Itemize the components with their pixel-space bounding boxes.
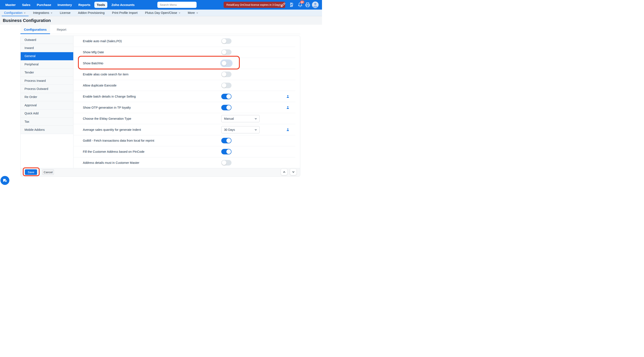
settings-list: Enable auto mail (Sales,PO)Show Mfg Date… [74, 36, 300, 168]
topnav-item-inventory[interactable]: Inventory [55, 2, 74, 8]
toggle-show-mfg-date[interactable] [221, 50, 232, 55]
configuration-sub-nav: ConfigurationIntegrationsLicenseAddon Pr… [0, 10, 322, 16]
brush-icon[interactable] [280, 2, 285, 7]
chevron-down-icon [24, 12, 26, 14]
toggle-knob [222, 160, 226, 165]
setting-label: Choose the EWay Generation Type [83, 117, 131, 120]
topnav-item-reports[interactable]: Reports [76, 2, 93, 8]
user-permission-icon[interactable] [286, 128, 289, 131]
print-icon[interactable] [305, 2, 310, 7]
subnav-item-more[interactable]: More [188, 10, 198, 16]
scroll-up-button[interactable] [281, 169, 287, 175]
toggle-knob [226, 105, 231, 110]
save-button[interactable]: Save [25, 169, 37, 175]
sidebar-item-quick-add[interactable]: Quick Add [21, 110, 73, 118]
subnav-item-label: More [188, 11, 195, 14]
toggle-show-batchno[interactable] [221, 60, 232, 66]
setting-label: Enable alias code search for item [83, 73, 128, 76]
sidebar-item-tax[interactable]: Tax [21, 118, 73, 126]
user-avatar[interactable] [312, 2, 318, 8]
topnav-item-sales[interactable]: Sales [20, 2, 32, 8]
toggle-knob [226, 149, 231, 154]
setting-row-address-details-must-in-customer-master: Address details must in Customer Master [74, 158, 296, 168]
sidebar-item-process-outward[interactable]: Process Outward [21, 85, 73, 93]
toggle-address-details-must-in-customer-master[interactable] [221, 160, 232, 166]
subnav-item-plutus-day-open-close[interactable]: Plutus Day Open/Close [145, 10, 180, 16]
toggle-allow-duplicate-eancode[interactable] [221, 83, 232, 88]
search-input[interactable] [158, 2, 196, 8]
topnav-item-tools[interactable]: Tools [94, 2, 107, 8]
subnav-item-integrations[interactable]: Integrations [33, 10, 52, 16]
chat-launcher-icon[interactable] [0, 176, 9, 178]
setting-row-enable-batch-details-in-change-selling: Enable batch details in Change Selling [74, 91, 296, 102]
top-app-bar: MasterSalesPurchaseInventoryReportsTools… [0, 0, 322, 10]
setting-label: Average sales quantity for generate Inde… [83, 128, 141, 132]
subnav-item-license[interactable]: License [60, 10, 70, 16]
setting-label: Fill the Customer Address based on PinCo… [83, 150, 144, 153]
topnav-item-zoho-accounts[interactable]: Zoho Accounts [109, 2, 137, 8]
setting-row-allow-duplicate-eancode: Allow duplicate Eancode [74, 80, 296, 91]
subnav-item-print-profile-import[interactable]: Print Profile Import [112, 10, 138, 16]
select-average-sales-quantity-for-generate-indent[interactable]: 30 Days [221, 126, 260, 133]
sidebar-item-re-order[interactable]: Re Order [21, 93, 73, 101]
chevron-down-icon [51, 12, 52, 14]
chevron-down-icon [196, 12, 198, 14]
select-choose-the-eway-generation-type[interactable]: Manual [221, 115, 260, 122]
tab-report[interactable]: Report [50, 25, 73, 34]
sidebar-item-process-inward[interactable]: Process Inward [21, 77, 73, 85]
b-badge-icon[interactable] [289, 2, 294, 7]
subnav-item-configuration[interactable]: Configuration [4, 10, 26, 16]
setting-row-show-otp-generation-in-tp-loyalty: Show OTP generation in TP loyalty [74, 102, 296, 113]
sidebar-item-tender[interactable]: Tender [21, 68, 73, 77]
search-container [158, 2, 196, 8]
subnav-item-addon-provisioning[interactable]: Addon Provisioning [78, 10, 104, 16]
setting-row-choose-the-eway-generation-type: Choose the EWay Generation TypeManual [74, 113, 296, 124]
subnav-item-label: Configuration [4, 11, 22, 14]
setting-label: Enable auto mail (Sales,PO) [83, 40, 122, 43]
sidebar-item-approval[interactable]: Approval [21, 101, 73, 109]
setting-row-show-mfg-date: Show Mfg Date [74, 47, 296, 58]
sidebar-item-inward[interactable]: Inward [21, 44, 73, 52]
toggle-knob [226, 138, 231, 143]
user-permission-icon[interactable] [286, 95, 289, 98]
setting-row-enable-alias-code-search-for-item: Enable alias code search for item [74, 69, 296, 80]
toggle-gobill-fetch-transactions-data-from-local-for-reprint[interactable] [221, 138, 232, 143]
chevron-down-icon [254, 129, 257, 131]
setting-label: Allow duplicate Eancode [83, 84, 116, 87]
page-title: Business Configuration [3, 18, 51, 23]
subnav-item-label: Plutus Day Open/Close [145, 11, 177, 14]
license-expiry-badge[interactable]: RetailEasy OnCloud license expires in 3 … [224, 2, 285, 8]
toggle-fill-the-customer-address-based-on-pincode[interactable] [221, 149, 232, 154]
subnav-item-label: Addon Provisioning [78, 11, 104, 14]
setting-row-show-batchno: Show BatchNo [74, 58, 296, 69]
configuration-sidebar: OutwardInwardGeneralPeripheralTenderProc… [21, 36, 74, 168]
chevron-down-icon [179, 12, 180, 14]
user-permission-icon[interactable] [286, 106, 289, 109]
sidebar-item-outward[interactable]: Outward [21, 36, 73, 44]
sidebar-item-general[interactable]: General [21, 52, 73, 60]
setting-row-enable-auto-mail-sales-po: Enable auto mail (Sales,PO) [74, 36, 296, 47]
select-value: Manual [224, 117, 234, 120]
sidebar-item-mobile-addons[interactable]: Mobile Addons [21, 126, 73, 134]
topnav-item-master[interactable]: Master [3, 2, 18, 8]
toggle-enable-batch-details-in-change-selling[interactable] [221, 94, 232, 99]
notification-count-badge: 62 [300, 0, 304, 4]
toggle-knob [226, 94, 231, 99]
toggle-enable-alias-code-search-for-item[interactable] [221, 72, 232, 77]
setting-label: Address details must in Customer Master [83, 161, 139, 164]
sidebar-item-peripheral[interactable]: Peripheral [21, 60, 73, 68]
topnav-item-purchase[interactable]: Purchase [34, 2, 54, 8]
scroll-down-button[interactable] [290, 169, 296, 175]
toggle-knob [222, 61, 226, 66]
toggle-enable-auto-mail-sales-po[interactable] [221, 38, 232, 44]
cancel-button[interactable]: Cancel [42, 169, 54, 175]
setting-row-gobill-fetch-transactions-data-from-local-for-reprint: GoBill - Fetch transactions data from lo… [74, 135, 296, 146]
page-title-bar: Business Configuration [0, 16, 322, 25]
toggle-knob [222, 83, 226, 88]
toggle-show-otp-generation-in-tp-loyalty[interactable] [221, 105, 232, 110]
top-navigation: MasterSalesPurchaseInventoryReportsTools… [0, 2, 137, 8]
toggle-knob [222, 50, 226, 54]
setting-label: Show Mfg Date [83, 50, 104, 54]
tab-configurations[interactable]: Configurations [20, 25, 50, 34]
tabs-row: ConfigurationsReport [20, 25, 300, 34]
